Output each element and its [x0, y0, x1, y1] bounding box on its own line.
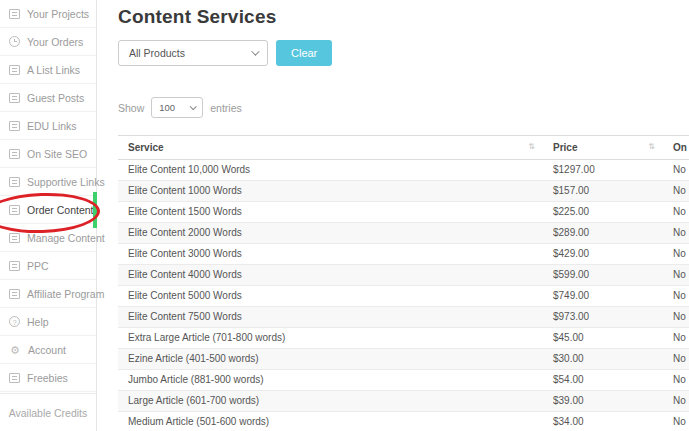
- column-header[interactable]: On Sale ⇅: [663, 136, 689, 160]
- column-header-label: Price: [553, 142, 577, 153]
- sidebar-item[interactable]: On Site SEO: [0, 140, 96, 168]
- table-row: Elite Content 7500 Words $973.00 No: [118, 307, 689, 328]
- service-cell: Elite Content 3000 Words: [118, 244, 543, 265]
- list-icon: [9, 205, 20, 215]
- clock-icon: [9, 36, 20, 47]
- sidebar-item-label: Your Projects: [27, 8, 89, 20]
- list-icon: [9, 121, 20, 131]
- sidebar-item[interactable]: Supportive Links: [0, 168, 96, 196]
- sidebar-item-label: A List Links: [27, 64, 80, 76]
- sidebar-item[interactable]: Your Projects: [0, 0, 96, 28]
- entries-label: entries: [210, 102, 242, 114]
- on-sale-cell: No: [663, 265, 689, 286]
- on-sale-cell: No: [663, 370, 689, 391]
- sidebar-item-label: Order Content: [27, 204, 94, 216]
- sidebar-item[interactable]: PPC: [0, 252, 96, 280]
- entries-select[interactable]: 100: [151, 97, 203, 118]
- entries-value: 100: [159, 102, 175, 113]
- sidebar-item-label: PPC: [27, 260, 49, 272]
- sidebar-item[interactable]: Freebies: [0, 364, 96, 392]
- sidebar-item-label: Your Orders: [27, 36, 83, 48]
- on-sale-cell: No: [663, 202, 689, 223]
- table-header-row: Service ⇅ Price ⇅ On Sale ⇅: [118, 136, 689, 160]
- sidebar-item-label: On Site SEO: [27, 148, 87, 160]
- table-row: Elite Content 5000 Words $749.00 No: [118, 286, 689, 307]
- on-sale-cell: No: [663, 307, 689, 328]
- table-row: Extra Large Article (701-800 words) $45.…: [118, 328, 689, 349]
- table-row: Elite Content 1500 Words $225.00 No: [118, 202, 689, 223]
- service-cell: Medium Article (501-600 words): [118, 412, 543, 431]
- product-filter-select[interactable]: All Products: [118, 40, 268, 66]
- service-cell: Jumbo Article (881-900 words): [118, 370, 543, 391]
- sidebar-item-label: Supportive Links: [27, 176, 105, 188]
- show-label: Show: [118, 102, 144, 114]
- sidebar-item[interactable]: A List Links: [0, 56, 96, 84]
- list-icon: [9, 65, 20, 75]
- list-icon: [9, 93, 20, 103]
- table-row: Jumbo Article (881-900 words) $54.00 No: [118, 370, 689, 391]
- product-filter-value: All Products: [129, 47, 185, 59]
- table-row: Elite Content 2000 Words $289.00 No: [118, 223, 689, 244]
- service-cell: Elite Content 4000 Words: [118, 265, 543, 286]
- price-cell: $54.00: [543, 370, 663, 391]
- sidebar-item-label: Account: [28, 344, 66, 356]
- service-cell: Elite Content 5000 Words: [118, 286, 543, 307]
- question-icon: [9, 316, 20, 327]
- list-icon: [9, 9, 20, 19]
- on-sale-cell: No: [663, 412, 689, 431]
- table-row: Large Article (601-700 words) $39.00 No: [118, 391, 689, 412]
- list-icon: [9, 289, 20, 299]
- list-icon: [9, 177, 20, 187]
- list-icon: [9, 261, 20, 271]
- on-sale-cell: No: [663, 223, 689, 244]
- sidebar-item[interactable]: Order Content: [0, 196, 96, 224]
- sidebar-item[interactable]: Account: [0, 336, 96, 364]
- price-cell: $599.00: [543, 265, 663, 286]
- page-title: Content Services: [118, 6, 689, 28]
- service-cell: Elite Content 1500 Words: [118, 202, 543, 223]
- service-cell: Elite Content 7500 Words: [118, 307, 543, 328]
- list-icon: [9, 373, 20, 383]
- table-row: Elite Content 1000 Words $157.00 No: [118, 181, 689, 202]
- table-row: Elite Content 10,000 Words $1297.00 No: [118, 160, 689, 181]
- column-header-label: On Sale: [673, 142, 689, 153]
- sidebar-item-label: Affiliate Program: [27, 288, 104, 300]
- column-header[interactable]: Service ⇅: [118, 136, 543, 160]
- price-cell: $39.00: [543, 391, 663, 412]
- table-row: Elite Content 3000 Words $429.00 No: [118, 244, 689, 265]
- column-header-label: Service: [128, 142, 164, 153]
- price-cell: $749.00: [543, 286, 663, 307]
- on-sale-cell: No: [663, 349, 689, 370]
- sidebar-item[interactable]: Guest Posts: [0, 84, 96, 112]
- sidebar-item-label: Help: [27, 316, 49, 328]
- sidebar-item[interactable]: Affiliate Program: [0, 280, 96, 308]
- price-cell: $225.00: [543, 202, 663, 223]
- table-row: Elite Content 4000 Words $599.00 No: [118, 265, 689, 286]
- sort-icon: ⇅: [648, 142, 655, 151]
- service-cell: Elite Content 2000 Words: [118, 223, 543, 244]
- service-cell: Large Article (601-700 words): [118, 391, 543, 412]
- sidebar-item[interactable]: Help: [0, 308, 96, 336]
- list-icon: [9, 149, 20, 159]
- available-credits-label: Available Credits: [0, 393, 96, 419]
- price-cell: $1297.00: [543, 160, 663, 181]
- column-header[interactable]: Price ⇅: [543, 136, 663, 160]
- service-cell: Elite Content 10,000 Words: [118, 160, 543, 181]
- entries-control: Show 100 entries: [118, 97, 689, 118]
- price-cell: $34.00: [543, 412, 663, 431]
- sidebar-item[interactable]: Your Orders: [0, 28, 96, 56]
- services-table: Service ⇅ Price ⇅ On Sale ⇅: [118, 135, 689, 431]
- sidebar-item[interactable]: EDU Links: [0, 112, 96, 140]
- on-sale-cell: No: [663, 391, 689, 412]
- sidebar-item-label: Freebies: [27, 372, 68, 384]
- service-cell: Elite Content 1000 Words: [118, 181, 543, 202]
- sort-icon: ⇅: [528, 142, 535, 151]
- sidebar-item-label: Guest Posts: [27, 92, 84, 104]
- price-cell: $157.00: [543, 181, 663, 202]
- on-sale-cell: No: [663, 286, 689, 307]
- sidebar-item[interactable]: Manage Content: [0, 224, 96, 252]
- chevron-down-icon: [190, 103, 197, 110]
- clear-button[interactable]: Clear: [276, 40, 332, 66]
- on-sale-cell: No: [663, 244, 689, 265]
- sidebar: Your Projects Your Orders A List Links G…: [0, 0, 97, 431]
